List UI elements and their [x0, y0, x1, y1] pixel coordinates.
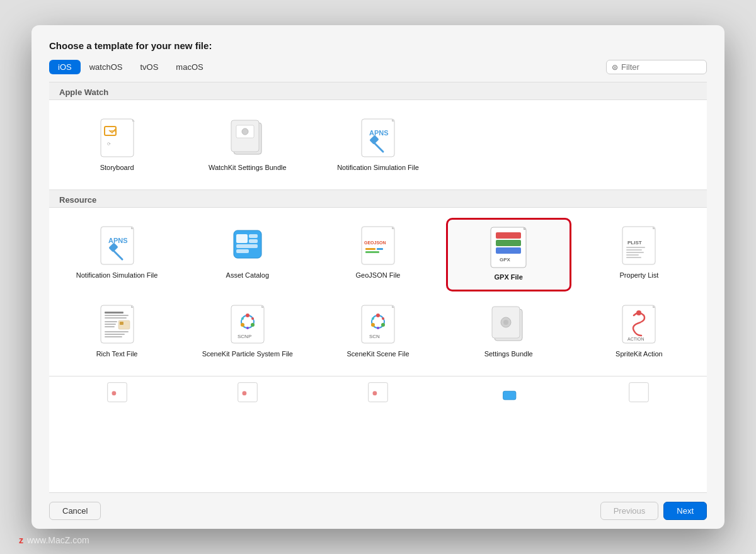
svg-rect-34: [496, 240, 521, 246]
settings-bundle-icon: [488, 304, 529, 344]
scenekit-particle-icon: SCNP: [227, 304, 268, 344]
resource-grid: APNS Notification Simulation File: [49, 208, 707, 376]
geojson-icon: GEOJSON: [358, 225, 398, 266]
svg-rect-14: [101, 227, 134, 264]
notification-sim-icon: APNS: [97, 225, 137, 266]
svg-rect-92: [503, 391, 516, 400]
svg-rect-21: [249, 234, 258, 238]
svg-point-71: [376, 314, 380, 317]
svg-rect-9: [362, 119, 394, 157]
svg-rect-28: [365, 248, 375, 250]
notification-sim-label: Notification Simulation File: [76, 271, 158, 280]
template-notification-sim-top[interactable]: APNS Notification Simulation File: [315, 110, 440, 179]
svg-text:GEOJSON: GEOJSON: [364, 240, 386, 245]
partial-item-1: [54, 376, 180, 408]
template-settings-bundle[interactable]: Settings Bundle: [446, 297, 571, 366]
svg-text:APNS: APNS: [108, 237, 128, 244]
svg-point-91: [372, 391, 377, 395]
filter-icon: ⊜: [612, 63, 618, 72]
template-storyboard[interactable]: ⟳ Storyboard: [54, 110, 180, 179]
footer-right: Previous Next: [600, 502, 707, 520]
notification-sim-top-label: Notification Simulation File: [337, 163, 419, 172]
svg-rect-52: [105, 321, 117, 322]
template-gpx[interactable]: GPX GPX File: [446, 218, 571, 291]
previous-button: Previous: [600, 502, 659, 520]
svg-rect-51: [120, 322, 123, 325]
svg-rect-54: [105, 326, 115, 327]
svg-text:⟳: ⟳: [107, 142, 111, 146]
svg-point-73: [371, 323, 375, 327]
svg-point-89: [242, 391, 246, 395]
template-property-list[interactable]: PLIST Property List: [576, 218, 702, 291]
svg-rect-0: [101, 119, 134, 157]
svg-rect-44: [626, 257, 641, 258]
settings-bundle-label: Settings Bundle: [484, 349, 533, 358]
svg-text:SCN: SCN: [369, 334, 380, 339]
svg-text:PLIST: PLIST: [627, 240, 642, 246]
svg-rect-53: [105, 324, 116, 325]
template-geojson[interactable]: GEOJSON GeoJSON File: [315, 218, 440, 291]
tab-bar: iOS watchOS tvOS macOS ⊜: [49, 60, 707, 74]
svg-text:ACTION: ACTION: [627, 337, 644, 341]
svg-point-76: [372, 317, 374, 320]
watermark-z: z: [19, 535, 23, 545]
notification-sim-top-icon: APNS: [358, 118, 398, 158]
template-watchkit-bundle[interactable]: WatchKit Settings Bundle: [185, 110, 310, 179]
scenekit-scene-icon: SCN: [358, 304, 398, 344]
svg-text:SCNP: SCNP: [238, 334, 251, 339]
svg-point-84: [636, 310, 641, 315]
gpx-icon: GPX: [488, 227, 529, 268]
geojson-label: GeoJSON File: [356, 271, 401, 280]
scenekit-particle-label: SceneKit Particle System File: [202, 349, 293, 358]
spritekit-action-icon: ACTION: [619, 304, 659, 344]
template-rich-text[interactable]: Rich Text File: [54, 297, 180, 366]
tab-tvos[interactable]: tvOS: [131, 60, 167, 74]
partial-item-5: [576, 376, 702, 408]
tab-macos[interactable]: macOS: [167, 60, 212, 74]
dialog-header: Choose a template for your new file: iOS…: [32, 25, 724, 82]
rich-text-icon: [97, 304, 137, 344]
svg-point-63: [241, 323, 244, 327]
property-list-label: Property List: [620, 271, 659, 280]
svg-rect-37: [622, 227, 655, 264]
svg-rect-35: [496, 247, 521, 254]
svg-rect-25: [362, 227, 394, 264]
svg-rect-41: [626, 249, 642, 251]
asset-catalog-icon: [227, 225, 268, 266]
watermark: z www.MacZ.com: [19, 535, 89, 545]
svg-rect-88: [238, 383, 257, 402]
svg-rect-49: [105, 317, 127, 319]
file-template-dialog: Choose a template for your new file: iOS…: [32, 25, 724, 529]
template-scenekit-scene[interactable]: SCN SceneKit Scene File: [315, 297, 440, 366]
svg-point-8: [242, 128, 248, 135]
next-button[interactable]: Next: [663, 502, 707, 520]
template-notification-sim[interactable]: APNS Notification Simulation File: [54, 218, 180, 291]
partial-item-4: [446, 376, 571, 408]
svg-rect-23: [236, 244, 258, 248]
tab-ios[interactable]: iOS: [49, 60, 81, 74]
filter-input[interactable]: [621, 62, 701, 72]
svg-rect-29: [377, 248, 383, 250]
watchkit-bundle-label: WatchKit Settings Bundle: [209, 163, 287, 172]
svg-marker-1: [132, 119, 135, 122]
spritekit-action-label: SpriteKit Action: [616, 349, 663, 358]
svg-rect-57: [105, 336, 122, 337]
asset-catalog-label: Asset Catalog: [226, 271, 269, 280]
section-resource: Resource: [49, 190, 707, 208]
svg-rect-20: [236, 234, 248, 243]
svg-point-61: [246, 314, 249, 317]
partial-item-2: [185, 376, 310, 408]
template-spritekit-action[interactable]: ACTION SpriteKit Action: [576, 297, 702, 366]
template-scenekit-particle[interactable]: SCNP SceneKit Particle System File: [185, 297, 310, 366]
svg-point-87: [112, 391, 116, 395]
partial-row: [49, 376, 707, 413]
gpx-label: GPX File: [495, 273, 523, 281]
watchkit-bundle-icon: [227, 118, 268, 158]
svg-point-72: [381, 323, 385, 327]
svg-rect-24: [236, 249, 249, 253]
template-asset-catalog[interactable]: Asset Catalog: [185, 218, 310, 291]
tab-watchos[interactable]: watchOS: [81, 60, 132, 74]
svg-rect-55: [105, 331, 129, 332]
cancel-button[interactable]: Cancel: [49, 502, 101, 520]
svg-point-62: [251, 323, 255, 327]
